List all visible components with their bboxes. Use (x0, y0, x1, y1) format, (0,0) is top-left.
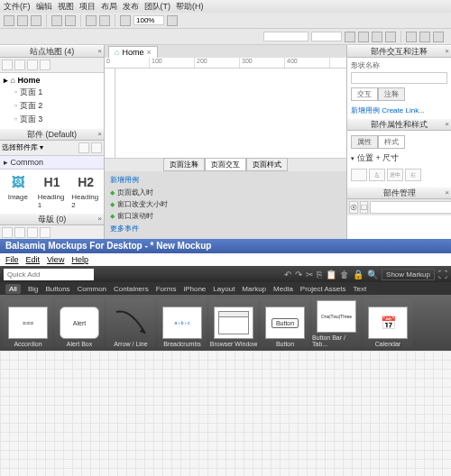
add-page-icon[interactable] (2, 60, 13, 70)
lib-button[interactable]: Button Button (261, 298, 309, 347)
tab-page-style[interactable]: 页面样式 (246, 158, 288, 171)
undo-icon[interactable] (51, 15, 62, 26)
tool-icon[interactable] (4, 15, 14, 26)
case-onload[interactable]: 页面载入时 (110, 187, 341, 198)
cat-layout[interactable]: Layout (213, 285, 235, 293)
undo-icon[interactable]: ↶ (284, 270, 291, 279)
create-link[interactable]: 新增用例 Create Link... (351, 103, 447, 115)
bold-icon[interactable] (345, 32, 355, 42)
menu-item[interactable]: 布局 (101, 1, 117, 12)
case-resize[interactable]: 窗口改变大小时 (110, 198, 341, 210)
quick-add-input[interactable] (4, 269, 94, 280)
lib-button-bar[interactable]: One|Two|Three Button Bar / Tab... (312, 298, 361, 347)
cat-media[interactable]: Media (273, 285, 293, 293)
cat-text[interactable]: Text (354, 285, 367, 293)
menu-item[interactable]: 帮助(H) (176, 1, 204, 12)
tab-page-interactions[interactable]: 页面交互 (205, 158, 246, 171)
fullscreen-icon[interactable]: ⛶ (438, 270, 447, 279)
more-events-link[interactable]: 更多事件 (110, 222, 341, 235)
italic-icon[interactable] (358, 32, 369, 42)
menu-item[interactable]: 文件(F) (4, 1, 31, 12)
close-icon[interactable]: × (97, 130, 102, 138)
close-icon[interactable]: × (445, 188, 449, 197)
cat-buttons[interactable]: Buttons (45, 285, 69, 293)
color-icon[interactable] (385, 32, 396, 42)
tool-icon[interactable] (27, 227, 38, 238)
search-icon[interactable] (40, 60, 51, 70)
menu-icon[interactable] (78, 142, 89, 153)
widget-category-common[interactable]: ▸ Common (0, 156, 104, 169)
filter-icon[interactable]: ☐ (360, 201, 368, 214)
tab-properties[interactable]: 属性 (351, 135, 378, 149)
section-position-size[interactable]: 位置 + 尺寸 (351, 151, 447, 166)
cat-containers[interactable]: Containers (114, 285, 149, 293)
menu-item[interactable]: 编辑 (36, 1, 52, 12)
tool-icon[interactable] (17, 15, 28, 26)
folder-icon[interactable] (14, 227, 25, 238)
tab-style[interactable]: 样式 (378, 135, 405, 149)
cat-big[interactable]: Big (28, 285, 39, 293)
menu-view[interactable]: View (47, 255, 64, 264)
cat-project-assets[interactable]: Project Assets (300, 285, 346, 293)
tab-notes[interactable]: 注释 (378, 87, 405, 101)
zoom-level[interactable]: 100% (133, 15, 164, 25)
align-option[interactable] (351, 169, 367, 181)
shape-name-input[interactable] (351, 72, 447, 84)
widget-h2[interactable]: H2 Heading 2 (71, 173, 100, 209)
align-option[interactable]: 右 (405, 169, 421, 181)
lib-calendar[interactable]: 📅 Calendar (364, 298, 412, 347)
lock-icon[interactable]: 🔒 (353, 270, 364, 279)
add-case-link[interactable]: 新增用例 (110, 175, 341, 187)
delete-icon[interactable]: 🗑 (340, 270, 349, 279)
show-markup-button[interactable]: Show Markup (382, 269, 435, 280)
library-select[interactable]: 选择部件库 ▾ (2, 142, 77, 153)
lib-arrow[interactable]: Arrow / Line (106, 298, 155, 347)
tree-node-home[interactable]: ▸ ⌂ Home (2, 75, 102, 86)
tree-node-page[interactable]: 页面 3 (13, 113, 102, 126)
filter-icon[interactable]: ⦿ (349, 201, 358, 214)
tool-icon[interactable] (99, 15, 110, 26)
tree-node-page[interactable]: 页面 2 (13, 99, 102, 113)
redo-icon[interactable]: ↷ (295, 270, 302, 279)
close-icon[interactable]: × (97, 47, 102, 55)
align-option[interactable]: 居中 (387, 169, 403, 181)
canvas-tab-home[interactable]: Home× (108, 46, 158, 58)
align-icon[interactable] (433, 32, 444, 42)
cat-forms[interactable]: Forms (156, 285, 177, 293)
font-select[interactable] (263, 32, 308, 41)
close-icon[interactable]: × (97, 215, 102, 223)
lib-accordion[interactable]: ≡≡≡ Accordion (4, 298, 52, 347)
close-icon[interactable]: × (445, 120, 449, 128)
tool-icon[interactable] (27, 60, 38, 70)
design-canvas[interactable] (115, 69, 346, 158)
widget-h1[interactable]: H1 Heading 1 (38, 173, 67, 209)
menu-item[interactable]: 发布 (123, 1, 139, 12)
menu-help[interactable]: Help (71, 255, 88, 264)
tool-icon[interactable] (31, 15, 41, 26)
widget-image[interactable]: 🖼 Image (4, 173, 32, 209)
cat-iphone[interactable]: iPhone (183, 285, 206, 293)
search-input[interactable] (370, 201, 451, 214)
tool-icon[interactable] (86, 15, 97, 26)
lib-breadcrumbs[interactable]: a › b › c Breadcrumbs (158, 298, 207, 347)
menu-edit[interactable]: Edit (26, 255, 41, 264)
close-icon[interactable]: × (445, 47, 449, 55)
align-icon[interactable] (419, 32, 430, 42)
underline-icon[interactable] (372, 32, 382, 42)
tab-page-notes[interactable]: 页面注释 (163, 158, 205, 171)
menu-file[interactable]: File (5, 255, 19, 264)
copy-icon[interactable]: ⎘ (317, 270, 322, 279)
tree-node-page[interactable]: 页面 1 (13, 86, 102, 99)
zoom-in-icon[interactable] (167, 15, 178, 26)
zoom-icon[interactable]: 🔍 (367, 270, 378, 279)
font-size[interactable] (311, 32, 342, 41)
redo-icon[interactable] (65, 15, 76, 26)
align-icon[interactable] (406, 32, 417, 42)
cut-icon[interactable]: ✂ (306, 270, 313, 279)
tab-interactions[interactable]: 交互 (351, 87, 378, 101)
cat-common[interactable]: Common (78, 285, 106, 293)
paste-icon[interactable]: 📋 (326, 270, 336, 279)
menu-item[interactable]: 视图 (58, 1, 74, 12)
cat-markup[interactable]: Markup (242, 285, 266, 293)
balsamiq-canvas[interactable] (0, 351, 451, 476)
